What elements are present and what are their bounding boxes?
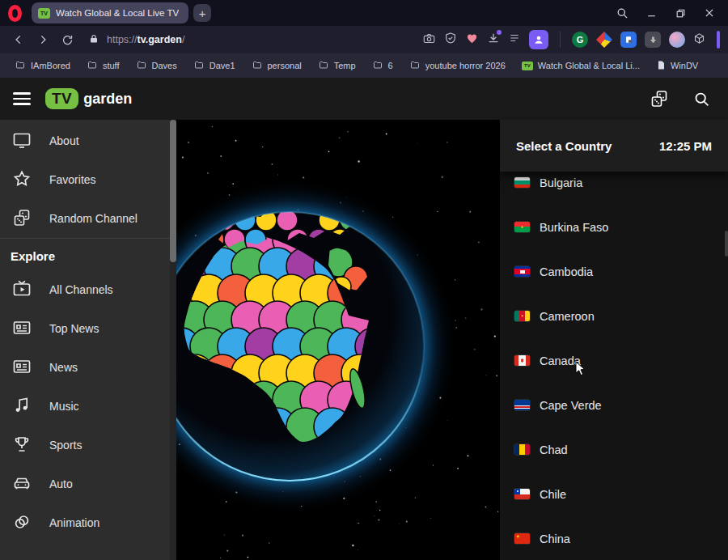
dice-icon (12, 208, 32, 230)
sidebar-item-favorites[interactable]: Favorites (0, 160, 176, 199)
back-icon[interactable] (8, 29, 29, 50)
hamburger-menu-icon[interactable] (13, 92, 31, 105)
folder-icon (409, 60, 421, 71)
snapshot-camera-icon[interactable] (422, 32, 436, 48)
new-tab-button[interactable]: + (193, 4, 211, 22)
sidebar-item-news[interactable]: News (0, 348, 176, 387)
bookmark-item[interactable]: Daves (129, 57, 184, 74)
sidebar-item-label: Sports (49, 439, 82, 452)
bookmark-item[interactable]: Temp (311, 57, 362, 74)
tvplay-icon (12, 279, 32, 301)
opera-menu-icon[interactable] (8, 5, 22, 22)
country-row-cameroon[interactable]: Cameroon (500, 294, 728, 338)
reload-icon[interactable] (57, 29, 78, 50)
news-icon (12, 318, 32, 340)
extension-cube-icon[interactable] (693, 32, 705, 48)
country-name: Chile (540, 488, 566, 501)
random-channel-dice-icon[interactable] (645, 85, 673, 112)
country-row-bulgaria[interactable]: Bulgaria (500, 172, 728, 205)
bookmark-item[interactable]: personal (245, 57, 308, 74)
bookmark-item[interactable]: youtube horror 2026 (403, 57, 512, 74)
bg-flag-icon (514, 177, 530, 188)
forward-icon[interactable] (32, 29, 53, 50)
extension-docs-icon[interactable] (620, 32, 637, 48)
extension-grammarly-icon[interactable]: G (572, 32, 588, 48)
star-icon (12, 169, 32, 191)
bookmark-item[interactable]: Dave1 (187, 57, 242, 74)
country-name: Cape Verde (540, 399, 602, 412)
sidebar-item-music[interactable]: Music (0, 387, 176, 426)
country-row-burkina-faso[interactable]: Burkina Faso (500, 205, 728, 249)
bookmark-label: WinDV (671, 61, 698, 70)
news-icon (12, 357, 32, 379)
url-field[interactable]: https://tv.garden/ (81, 28, 419, 51)
tab-favicon-tv-icon: TV (38, 8, 50, 19)
bookmark-item[interactable]: WinDV (650, 57, 705, 74)
sidebar-item-label: Music (49, 400, 79, 413)
bf-flag-icon (514, 222, 530, 232)
panel-scrollbar-thumb[interactable] (725, 231, 728, 257)
bookmark-label: Temp (334, 61, 356, 70)
ca-flag-icon (514, 355, 530, 366)
rings-icon (12, 512, 32, 534)
country-row-cape-verde[interactable]: Cape Verde (500, 383, 728, 427)
extension-pink-icon[interactable] (669, 32, 685, 48)
reading-list-icon[interactable] (508, 32, 521, 47)
bookmarks-bar: IAmBoredstuffDavesDave1personalTemp6yout… (0, 53, 728, 78)
folder-icon (15, 60, 26, 71)
td-flag-icon (514, 444, 530, 455)
sidebar-item-label: Animation (49, 516, 99, 529)
bookmark-label: Dave1 (210, 61, 235, 70)
sidebar-item-label: Top News (49, 322, 99, 335)
bookmark-item[interactable]: IAmBored (8, 57, 77, 74)
profile-avatar[interactable] (529, 30, 548, 49)
sidebar-item-sports[interactable]: Sports (0, 426, 176, 465)
car-icon (12, 473, 32, 495)
download-badge (497, 30, 502, 35)
country-name: Canada (540, 354, 581, 367)
address-bar: https://tv.garden/ G (0, 26, 728, 53)
site-search-icon[interactable] (688, 85, 715, 112)
bookmark-item[interactable]: 6 (366, 57, 400, 74)
sidebar-scrollbar-thumb[interactable] (170, 120, 176, 262)
download-icon[interactable] (487, 32, 500, 48)
shield-check-icon[interactable] (444, 32, 457, 48)
folder-icon (318, 60, 329, 71)
panel-title: Select a Country (516, 139, 612, 153)
bookmark-label: 6 (388, 61, 393, 70)
page-icon (656, 60, 666, 72)
minimize-button[interactable] (639, 2, 663, 23)
browser-search-icon[interactable] (610, 2, 634, 23)
pinned-panel-indicator (717, 31, 720, 49)
sidebar-item-all-channels[interactable]: All Channels (0, 270, 176, 309)
cn-flag-icon (514, 533, 530, 544)
restore-button[interactable] (668, 2, 692, 23)
tab-strip: TV Watch Global & Local Live TV + (0, 0, 728, 26)
sidebar-item-auto[interactable]: Auto (0, 465, 176, 503)
heart-icon[interactable] (465, 32, 479, 48)
cl-flag-icon (514, 489, 530, 499)
country-name: Chad (540, 443, 568, 456)
bookmark-item[interactable]: TVWatch Global & Local Li... (515, 58, 646, 73)
extension-download-icon[interactable] (645, 32, 661, 48)
site-header: TV garden (0, 78, 728, 120)
sidebar: AboutFavoritesRandom Channel Explore All… (0, 120, 176, 560)
sidebar-item-about[interactable]: About (0, 121, 176, 160)
sidebar-item-random-channel[interactable]: Random Channel (0, 199, 176, 238)
cv-flag-icon (514, 400, 530, 410)
lock-icon (89, 33, 99, 47)
sidebar-item-top-news[interactable]: Top News (0, 309, 176, 348)
globe-canvas[interactable] (176, 120, 500, 560)
close-button[interactable] (697, 2, 722, 23)
country-row-canada[interactable]: Canada (500, 338, 728, 383)
bookmark-item[interactable]: stuff (80, 57, 126, 74)
sidebar-item-animation[interactable]: Animation (0, 503, 176, 542)
country-row-cambodia[interactable]: Cambodia (500, 249, 728, 294)
country-row-chad[interactable]: Chad (500, 427, 728, 472)
country-list[interactable]: BulgariaBurkina FasoCambodiaCameroonCana… (500, 172, 728, 560)
extension-color-icon[interactable] (596, 32, 612, 48)
browser-tab[interactable]: TV Watch Global & Local Live TV (32, 2, 188, 23)
country-row-china[interactable]: China (500, 516, 728, 560)
country-row-chile[interactable]: Chile (500, 472, 728, 516)
site-logo[interactable]: TV garden (45, 88, 132, 109)
